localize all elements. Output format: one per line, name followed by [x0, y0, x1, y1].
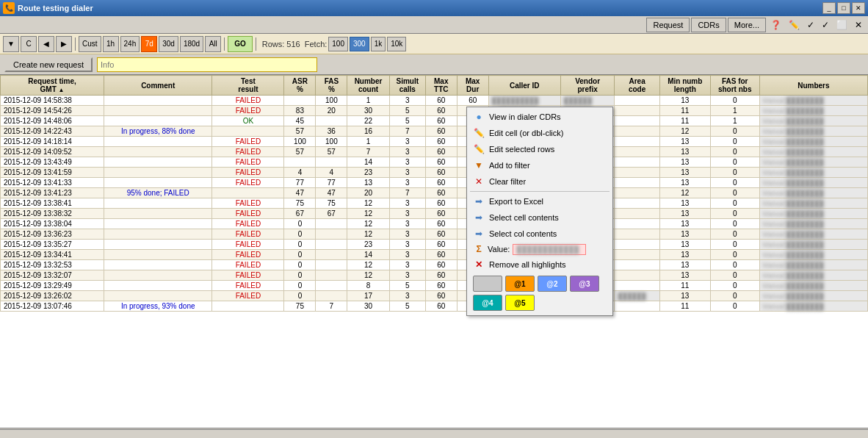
col-header-areacode[interactable]: Areacode	[615, 76, 659, 96]
close-menu-icon[interactable]: ✕	[852, 18, 865, 32]
table-row[interactable]: 2015-12-09 13:07:46 In progress, 93% don…	[1, 301, 868, 312]
refresh-button[interactable]: C	[21, 36, 37, 52]
ctx-select-cell[interactable]: ➡ Select cell contents	[467, 209, 612, 226]
col-header-asr[interactable]: ASR%	[284, 76, 316, 96]
ctx-edit-cell[interactable]: ✏️ Edit cell (or dbl-click)	[467, 125, 612, 141]
table-row[interactable]: 2015-12-09 13:38:04 FAILED 0 12 3 60 13 …	[1, 219, 868, 229]
col-header-time[interactable]: Request time,GMT ▲	[1, 76, 104, 96]
table-row[interactable]: 2015-12-09 14:48:06 OK 45 22 5 60 60 11 …	[1, 116, 868, 126]
table-row[interactable]: 2015-12-09 14:58:38 FAILED 100 1 3 60 60…	[1, 96, 868, 106]
fetch100-button[interactable]: 100	[328, 37, 348, 51]
color-btn-purple[interactable]: @3	[570, 276, 599, 292]
time-cell: 2015-12-09 13:32:53	[1, 260, 104, 270]
fetch10k-button[interactable]: 10k	[387, 37, 406, 51]
close-button[interactable]: ✕	[852, 2, 865, 14]
result-cell: FAILED	[212, 137, 284, 147]
col-header-maxtc[interactable]: MaxTTC	[425, 76, 457, 96]
check1-icon[interactable]: ✓	[804, 18, 817, 32]
col-header-numcount[interactable]: Numbercount	[347, 76, 389, 96]
table-scroll[interactable]: Request time,GMT ▲ Comment Testresult AS…	[0, 75, 868, 428]
table-row[interactable]: 2015-12-09 13:32:53 FAILED 0 12 3 60 13 …	[1, 260, 868, 270]
area-code-cell	[615, 106, 659, 116]
col-header-fasnb[interactable]: FAS forshort nbs	[710, 76, 759, 96]
col-header-numbers[interactable]: Numbers	[759, 76, 867, 96]
window-icon[interactable]: ⬜	[833, 18, 850, 32]
more-menu-button[interactable]: More...	[728, 18, 766, 32]
col-header-result[interactable]: Testresult	[212, 76, 284, 96]
cdrs-menu-button[interactable]: CDRs	[691, 18, 726, 32]
ctx-edit-rows[interactable]: ✏️ Edit selected rows	[467, 141, 612, 157]
asr-cell: 0	[284, 260, 316, 270]
table-row[interactable]: 2015-12-09 13:26:02 FAILED 0 17 3 60 60 …	[1, 291, 868, 301]
filter-button[interactable]: ▼	[3, 36, 19, 52]
maxtc-cell: 60	[425, 137, 457, 147]
request-menu-button[interactable]: Request	[646, 18, 690, 32]
table-row[interactable]: 2015-12-09 14:09:52 FAILED 57 57 7 3 60 …	[1, 147, 868, 157]
table-row[interactable]: 2015-12-09 13:41:23 95% done; FAILED 47 …	[1, 188, 868, 198]
numcount-cell: 17	[347, 291, 389, 301]
forward-button[interactable]: ▶	[56, 36, 72, 52]
minimize-button[interactable]: _	[822, 2, 836, 14]
table-row[interactable]: 2015-12-09 14:18:14 FAILED 100 100 1 3 6…	[1, 137, 868, 147]
info-field[interactable]	[97, 57, 317, 72]
table-row[interactable]: 2015-12-09 13:41:33 FAILED 77 77 13 3 60…	[1, 178, 868, 188]
table-row[interactable]: 2015-12-09 13:38:41 FAILED 75 75 12 3 60…	[1, 198, 868, 209]
table-row[interactable]: 2015-12-09 13:29:49 FAILED 0 8 5 60 60 █…	[1, 281, 868, 291]
cust-button[interactable]: Cust	[79, 36, 101, 52]
create-request-button[interactable]: Create new request	[4, 57, 93, 72]
7d-button[interactable]: 7d	[141, 36, 157, 52]
go-button[interactable]: GO	[228, 36, 253, 52]
1h-button[interactable]: 1h	[103, 36, 119, 52]
ctx-clear-filter[interactable]: ✕ Clear filter	[467, 173, 612, 190]
maximize-button[interactable]: □	[837, 2, 850, 14]
ctx-remove-highlights[interactable]: ✕ Remove all highlights	[467, 256, 612, 273]
color-btn-gray[interactable]	[473, 276, 502, 292]
col-header-vendpfx[interactable]: Vendorprefix	[560, 76, 615, 96]
180d-button[interactable]: 180d	[180, 36, 203, 52]
fetch300-button[interactable]: 300	[350, 37, 369, 51]
fetch1k-button[interactable]: 1k	[371, 37, 386, 51]
table-row[interactable]: 2015-12-09 13:36:23 FAILED 0 12 3 60 13 …	[1, 229, 868, 240]
color-btn-orange[interactable]: @1	[505, 276, 535, 292]
table-row[interactable]: 2015-12-09 14:54:26 FAILED 83 20 30 5 60…	[1, 106, 868, 116]
table-row[interactable]: 2015-12-09 13:35:27 FAILED 0 23 3 60 13 …	[1, 240, 868, 250]
numbers-cell: Manual:████████	[759, 250, 867, 260]
table-row[interactable]: 2015-12-09 13:43:49 FAILED 14 3 60 13 0 …	[1, 157, 868, 168]
color-btn-teal[interactable]: @4	[473, 295, 502, 311]
result-cell: FAILED	[212, 198, 284, 209]
horizontal-scrollbar[interactable]	[0, 428, 868, 438]
color-btn-yellow[interactable]: @5	[505, 295, 535, 311]
numbers-cell: Manual:████████	[759, 106, 867, 116]
30d-button[interactable]: 30d	[159, 36, 178, 52]
col-header-fas[interactable]: FAS%	[316, 76, 347, 96]
col-header-minlen[interactable]: Min numblength	[659, 76, 710, 96]
col-header-simult[interactable]: Simultcalls	[389, 76, 425, 96]
all-button[interactable]: All	[205, 36, 221, 52]
separator1	[75, 37, 76, 51]
result-cell	[212, 188, 284, 198]
ctx-view-cdrs[interactable]: ● View in dialer CDRs	[467, 109, 612, 125]
ctx-sep1	[470, 191, 610, 192]
comment-cell: In progress, 88% done	[104, 126, 212, 137]
help-icon[interactable]: ❓	[767, 18, 784, 32]
ctx-export-excel[interactable]: ➡ Export to Excel	[467, 193, 612, 209]
minlen-cell: 13	[659, 96, 710, 106]
24h-button[interactable]: 24h	[120, 36, 140, 52]
numbers-cell: Manual:████████	[759, 96, 867, 106]
col-header-maxdur[interactable]: MaxDur	[457, 76, 488, 96]
check2-icon[interactable]: ✓	[819, 18, 832, 32]
col-header-comment[interactable]: Comment	[104, 76, 212, 96]
table-row[interactable]: 2015-12-09 13:41:59 FAILED 4 4 23 3 60 1…	[1, 168, 868, 178]
table-row[interactable]: 2015-12-09 14:22:43 In progress, 88% don…	[1, 126, 868, 137]
table-row[interactable]: 2015-12-09 13:38:32 FAILED 67 67 12 3 60…	[1, 209, 868, 219]
table-row[interactable]: 2015-12-09 13:34:41 FAILED 0 14 3 60 13 …	[1, 250, 868, 260]
back-button[interactable]: ◀	[38, 36, 54, 52]
edit-icon[interactable]: ✏️	[786, 18, 803, 32]
fasnb-cell: 0	[710, 281, 759, 291]
table-row[interactable]: 2015-12-09 13:32:07 FAILED 0 12 3 60 13 …	[1, 270, 868, 281]
col-header-callerid[interactable]: Caller ID	[488, 76, 560, 96]
ctx-add-filter[interactable]: ▼ Add to filter	[467, 157, 612, 173]
ctx-select-col[interactable]: ➡ Select col contents	[467, 226, 612, 242]
color-btn-blue[interactable]: @2	[538, 276, 567, 292]
area-code-cell	[615, 250, 659, 260]
